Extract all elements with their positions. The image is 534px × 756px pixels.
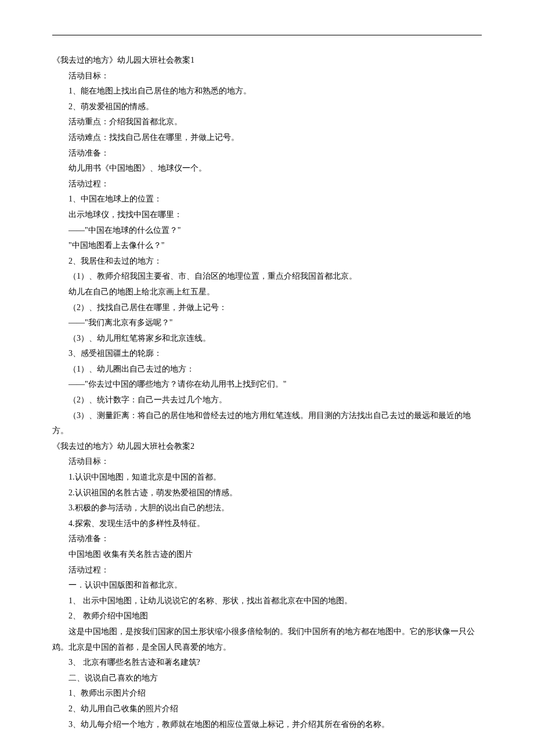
body-line: 幼儿在自己的地图上给北京画上红五星。 bbox=[52, 285, 482, 300]
body-line: （1）、教师介绍我国主要省、市、自治区的地理位置，重点介绍我国首都北京。 bbox=[52, 269, 482, 285]
body-line: 一．认识中国版图和首都北京。 bbox=[52, 578, 482, 593]
body-line: （3）、幼儿用红笔将家乡和北京连线。 bbox=[52, 331, 482, 347]
body-line: 活动目标： bbox=[52, 69, 482, 84]
body-line: 出示地球仪，找找中国在哪里： bbox=[52, 207, 482, 223]
body-line: 1、教师出示图片介绍 bbox=[52, 686, 482, 701]
body-line: 2、我居住和去过的地方： bbox=[52, 254, 482, 269]
body-line: 1、 出示中国地图，让幼儿说说它的'名称、形状，找出首都北京在中国的地图。 bbox=[52, 593, 482, 609]
body-line: 1、能在地图上找出自己居住的地方和熟悉的地方。 bbox=[52, 84, 482, 99]
body-line: 3.积极的参与活动，大胆的说出自己的想法。 bbox=[52, 501, 482, 516]
body-line: 1.认识中国地图，知道北京是中国的首都。 bbox=[52, 470, 482, 485]
body-line: 活动准备： bbox=[52, 146, 482, 161]
body-line: 幼儿用书《中国地图》、地球仪一个。 bbox=[52, 161, 482, 177]
body-line: 3、感受祖国疆土的轮廓： bbox=[52, 346, 482, 362]
body-line: 4.探索、发现生活中的多样性及特征。 bbox=[52, 516, 482, 532]
body-line: ——"中国在地球的什么位置？" bbox=[52, 223, 482, 239]
body-line: 活动准备： bbox=[52, 531, 482, 547]
body-line: 2、萌发爱祖国的情感。 bbox=[52, 99, 482, 115]
body-line: 1、中国在地球上的位置： bbox=[52, 192, 482, 207]
body-line: 这是中国地图，是按我们国家的国土形状缩小很多倍绘制的。我们中国所有的地方都在地图… bbox=[52, 624, 482, 655]
body-line: （2）、找找自己居住在哪里，并做上记号： bbox=[52, 300, 482, 316]
section-title: 《我去过的地方》幼儿园大班社会教案1 bbox=[52, 53, 482, 69]
body-line: 2.认识祖国的名胜古迹，萌发热爱祖国的情感。 bbox=[52, 485, 482, 501]
body-line: ——"我们离北京有多远呢？" bbox=[52, 315, 482, 331]
body-line: ——"你去过中国的哪些地方？请你在幼儿用书上找到它们。" bbox=[52, 377, 482, 393]
body-line: "中国地图看上去像什么？" bbox=[52, 238, 482, 254]
document-page: 《我去过的地方》幼儿园大班社会教案1活动目标：1、能在地图上找出自己居住的地方和… bbox=[0, 0, 534, 756]
body-line: （2）、统计数字：自己一共去过几个地方。 bbox=[52, 393, 482, 408]
body-line: 中国地图 收集有关名胜古迹的图片 bbox=[52, 547, 482, 563]
body-line: 二、说说自己喜欢的地方 bbox=[52, 671, 482, 686]
body-line: 活动过程： bbox=[52, 177, 482, 192]
document-content: 《我去过的地方》幼儿园大班社会教案1活动目标：1、能在地图上找出自己居住的地方和… bbox=[52, 53, 482, 732]
body-line: 活动重点：介绍我国首都北京。 bbox=[52, 114, 482, 130]
horizontal-rule bbox=[52, 35, 482, 35]
body-line: （1）、幼儿圈出自己去过的地方： bbox=[52, 362, 482, 377]
section-title: 《我去过的地方》幼儿园大班社会教案2 bbox=[52, 439, 482, 455]
body-line: 3、 北京有哪些名胜古迹和著名建筑? bbox=[52, 655, 482, 671]
body-line: （3）、测量距离：将自己的居住地和曾经去过的地方用红笔连线。用目测的方法找出自己… bbox=[52, 408, 482, 439]
body-line: 活动难点：找找自己居住在哪里，并做上记号。 bbox=[52, 130, 482, 146]
body-line: 活动过程： bbox=[52, 563, 482, 578]
body-line: 2、幼儿用自己收集的照片介绍 bbox=[52, 701, 482, 717]
body-line: 3、幼儿每介绍一个地方，教师就在地图的相应位置做上标记，并介绍其所在省份的名称。 bbox=[52, 717, 482, 733]
body-line: 活动目标： bbox=[52, 454, 482, 470]
body-line: 2、 教师介绍中国地图 bbox=[52, 609, 482, 624]
